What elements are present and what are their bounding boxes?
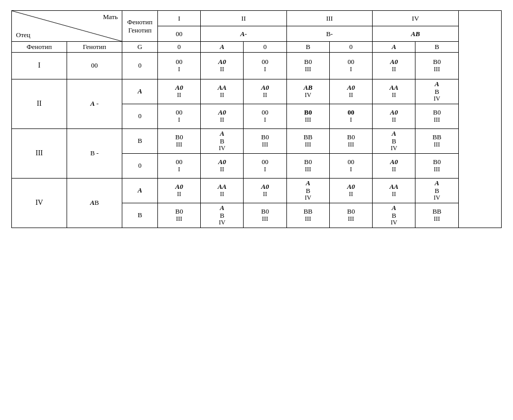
cell-IVA-IVB: AB IV	[415, 178, 458, 203]
cell-IIA-IVB: AB IV	[415, 79, 458, 104]
g-val-IIIO: 0	[122, 153, 158, 178]
cell-IIIB-IVA: AB IV	[373, 128, 415, 153]
cell-IIA-IIIB: AB IV	[286, 79, 329, 104]
cell-IVA-IIIO: A0 II	[329, 178, 372, 203]
g-col-I: 0	[157, 42, 200, 53]
cell-IIA-IIIO: A0 II	[329, 79, 372, 104]
diagonal-header: Мать Отец	[12, 11, 122, 42]
cell-I-IIIB: B0 III	[286, 52, 329, 79]
father-geno-IV: AB	[67, 178, 122, 228]
cell-IIIB-IVB: BB III	[415, 128, 458, 153]
father-geno-II: A -	[67, 79, 122, 128]
cell-IVA-IIA: AA II	[201, 178, 244, 203]
father-pheno-IV: IV	[12, 178, 67, 228]
cell-IIA-I: A0 II	[157, 79, 200, 104]
cell-I-IVA: A0 II	[373, 52, 415, 79]
cell-IIIO-IIO: 00 I	[244, 153, 286, 178]
group1-header: I	[157, 11, 200, 26]
cell-IVA-IIO: A0 II	[244, 178, 286, 203]
g-val-IVB: B	[122, 203, 158, 228]
g-val-IIO: 0	[122, 104, 158, 128]
cell-IIO-IIO: 00 I	[244, 104, 286, 128]
cell-I-IIA: A0 II	[201, 52, 244, 79]
cell-IVB-IIO: B0 III	[244, 203, 286, 228]
cell-IVA-IVA: AA II	[373, 178, 415, 203]
mother-label: Мать	[103, 13, 118, 21]
cell-IIIB-I: B0 III	[157, 128, 200, 153]
cell-IIIB-IIIB: BB III	[286, 128, 329, 153]
cell-IVB-I: B0 III	[157, 203, 200, 228]
cell-IIIB-IIA: AB IV	[201, 128, 244, 153]
g-col-IVB: B	[415, 42, 458, 53]
cell-IIIB-IIO: B0 III	[244, 128, 286, 153]
phenotype-col-header: Фенотип Генотип	[122, 11, 158, 42]
geno-III: B-	[286, 26, 373, 42]
G-label: G	[122, 42, 158, 53]
pheno-col-label: Фенотип	[12, 42, 67, 53]
geno-col-label: Генотип	[67, 42, 122, 53]
cell-IIO-I: 00 I	[157, 104, 200, 128]
genetics-table-wrapper: Мать Отец Фенотип Генотип I II III IV 00…	[11, 10, 502, 228]
geno-IV: AB	[373, 26, 459, 42]
cell-IIO-IIIB: B0 III	[286, 104, 329, 128]
group3-header: III	[286, 11, 373, 26]
group2-header: II	[201, 11, 287, 26]
g-col-IIA: A	[201, 42, 244, 53]
father-pheno-III: III	[12, 128, 67, 178]
geno-II: A-	[201, 26, 287, 42]
cell-IVB-IIA: AB IV	[201, 203, 244, 228]
cell-I-I: 00 I	[157, 52, 200, 79]
cell-IVB-IVA: AB IV	[373, 203, 415, 228]
g-col-IIO: 0	[244, 42, 286, 53]
cell-IVA-I: A0 II	[157, 178, 200, 203]
cell-IIIB-IIIO: B0 III	[329, 128, 372, 153]
cell-I-IIIO: 00 I	[329, 52, 372, 79]
cell-IIIO-IIIO: 00 I	[329, 153, 372, 178]
cell-IIO-IVB: B0 III	[415, 104, 458, 128]
cell-IIA-IIO: A0 II	[244, 79, 286, 104]
g-val-IVA: A	[122, 178, 158, 203]
cell-IIO-IIIO: 00 I	[329, 104, 372, 128]
g-val-IIIB: B	[122, 128, 158, 153]
father-geno-III: B -	[67, 128, 122, 178]
g-val-IIA: A	[122, 79, 158, 104]
cell-IIIO-IVB: B0 III	[415, 153, 458, 178]
g-col-IIIO: 0	[329, 42, 372, 53]
g-col-IIIB: B	[286, 42, 329, 53]
cell-IVB-IVB: BB III	[415, 203, 458, 228]
cell-IIO-IIA: A0 II	[201, 104, 244, 128]
father-geno-I: 00	[67, 52, 122, 79]
cell-IIIO-IVA: A0 II	[373, 153, 415, 178]
father-pheno-I: I	[12, 52, 67, 79]
cell-IIIO-IIIB: B0 III	[286, 153, 329, 178]
father-label: Отец	[16, 31, 30, 39]
cell-IIIO-I: 00 I	[157, 153, 200, 178]
group4-header: IV	[373, 11, 459, 26]
cell-I-IIO: 00 I	[244, 52, 286, 79]
cell-IIO-IVA: A0 II	[373, 104, 415, 128]
cell-IIA-IIA: AA II	[201, 79, 244, 104]
geno-I: 00	[157, 26, 200, 42]
cell-IIA-IVA: AA II	[373, 79, 415, 104]
cell-IVB-IIIB: BB III	[286, 203, 329, 228]
cell-I-IVB: B0 III	[415, 52, 458, 79]
father-pheno-II: II	[12, 79, 67, 128]
g-col-IVA: A	[373, 42, 415, 53]
genetics-table: Мать Отец Фенотип Генотип I II III IV 00…	[11, 10, 502, 228]
cell-IVA-IIIB: AB IV	[286, 178, 329, 203]
g-val-I-I: 0	[122, 52, 158, 79]
cell-IVB-IIIO: B0 III	[329, 203, 372, 228]
cell-IIIO-IIA: A0 II	[201, 153, 244, 178]
